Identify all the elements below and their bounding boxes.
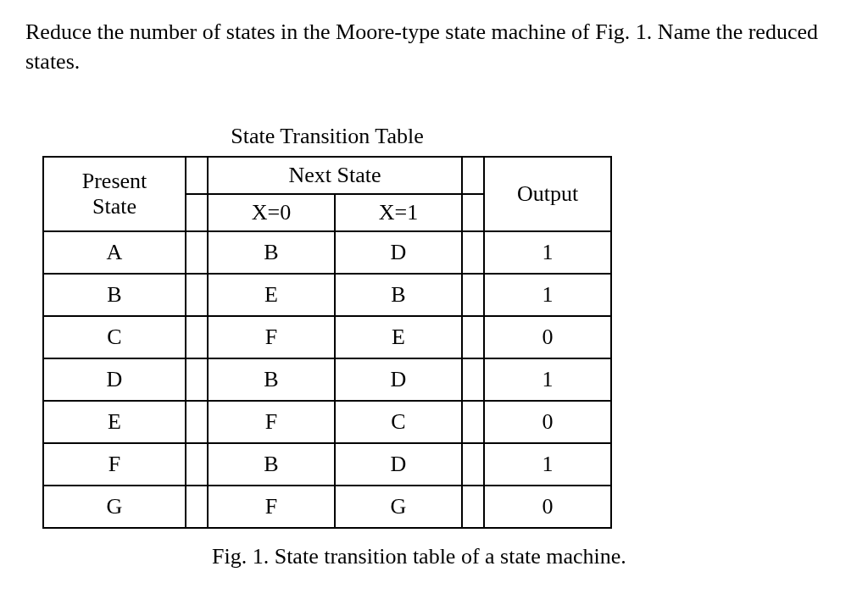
header-present-state: Present State — [43, 157, 186, 231]
gap-cell — [186, 358, 208, 401]
gap-cell — [186, 486, 208, 528]
header-output: Output — [484, 157, 611, 231]
gap-cell — [462, 486, 484, 528]
header-x0: X=0 — [208, 194, 335, 231]
cell-output: 0 — [484, 401, 611, 443]
header-x1: X=1 — [335, 194, 462, 231]
cell-present: B — [43, 274, 186, 316]
cell-present: C — [43, 316, 186, 358]
gap-cell — [462, 231, 484, 274]
cell-output: 0 — [484, 316, 611, 358]
table-row: D B D 1 — [43, 358, 611, 401]
table-row: F B D 1 — [43, 443, 611, 486]
gap-cell — [186, 157, 208, 194]
cell-present: E — [43, 401, 186, 443]
cell-output: 1 — [484, 358, 611, 401]
cell-x1: G — [335, 486, 462, 528]
cell-present: D — [43, 358, 186, 401]
gap-cell — [462, 443, 484, 486]
cell-x1: E — [335, 316, 462, 358]
header-next-state: Next State — [208, 157, 462, 194]
cell-x0: B — [208, 443, 335, 486]
cell-x1: B — [335, 274, 462, 316]
cell-x1: D — [335, 443, 462, 486]
gap-cell — [462, 194, 484, 231]
gap-cell — [462, 316, 484, 358]
gap-cell — [462, 401, 484, 443]
cell-x0: F — [208, 486, 335, 528]
gap-cell — [186, 401, 208, 443]
gap-cell — [462, 274, 484, 316]
problem-statement: Reduce the number of states in the Moore… — [25, 17, 843, 76]
gap-cell — [186, 274, 208, 316]
cell-x1: D — [335, 231, 462, 274]
cell-x1: C — [335, 401, 462, 443]
table-row: E F C 0 — [43, 401, 611, 443]
table-row: B E B 1 — [43, 274, 611, 316]
cell-present: F — [43, 443, 186, 486]
gap-cell — [186, 443, 208, 486]
cell-present: G — [43, 486, 186, 528]
cell-output: 1 — [484, 443, 611, 486]
gap-cell — [186, 194, 208, 231]
cell-output: 0 — [484, 486, 611, 528]
gap-cell — [462, 157, 484, 194]
cell-x0: B — [208, 231, 335, 274]
cell-x0: E — [208, 274, 335, 316]
gap-cell — [462, 358, 484, 401]
header-present-line2: State — [92, 194, 136, 219]
table-row: C F E 0 — [43, 316, 611, 358]
cell-output: 1 — [484, 274, 611, 316]
table-title: State Transition Table — [43, 119, 611, 157]
table-row: A B D 1 — [43, 231, 611, 274]
gap-cell — [186, 316, 208, 358]
header-present-line1: Present — [82, 169, 147, 193]
figure-caption: Fig. 1. State transition table of a stat… — [212, 544, 843, 569]
cell-present: A — [43, 231, 186, 274]
cell-x0: F — [208, 316, 335, 358]
cell-x0: F — [208, 401, 335, 443]
table-row: G F G 0 — [43, 486, 611, 528]
state-transition-table: State Transition Table Present State Nex… — [42, 119, 612, 529]
cell-x1: D — [335, 358, 462, 401]
cell-x0: B — [208, 358, 335, 401]
gap-cell — [186, 231, 208, 274]
cell-output: 1 — [484, 231, 611, 274]
